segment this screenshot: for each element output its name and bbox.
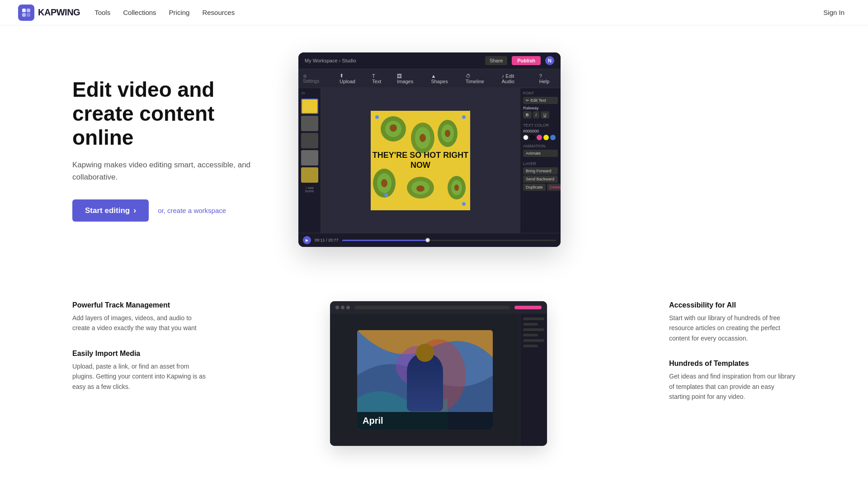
send-backward-btn[interactable]: Send Backward xyxy=(523,175,558,183)
feature-2-desc: Upload, paste a link, or find an asset f… xyxy=(72,361,208,392)
sidebar-line-1 xyxy=(523,317,544,320)
color-white[interactable] xyxy=(523,135,528,140)
video-thumbnail: April xyxy=(357,330,493,430)
nav-links: Tools Collections Pricing Resources xyxy=(94,9,235,17)
selection-handle-tr xyxy=(462,115,466,119)
publish-button[interactable]: Publish xyxy=(512,56,541,65)
feature-3-title: Accessibility for All xyxy=(669,301,796,309)
feature-2-title: Easily Import Media xyxy=(72,350,208,358)
sidebar-line-5 xyxy=(523,339,544,342)
start-editing-button[interactable]: Start editing › xyxy=(72,199,149,222)
share-button[interactable]: Share xyxy=(485,56,507,65)
app-screenshot: My Workspace › Studio Share Publish N ⚙ … xyxy=(298,52,561,247)
nav-resources[interactable]: Resources xyxy=(202,9,235,16)
underline-btn[interactable]: U xyxy=(541,111,549,118)
delete-btn[interactable]: Delete xyxy=(547,184,561,191)
main-canvas[interactable]: THEY'RE SO HOT RIGHT NOW xyxy=(321,88,520,233)
font-style-row: B I U xyxy=(523,111,558,119)
properties-panel: FONT ✏ Edit Text Raleway B I U TEXT COLO… xyxy=(520,88,561,233)
toolbar-images[interactable]: 🖼 Images xyxy=(394,72,422,85)
nav-pricing[interactable]: Pricing xyxy=(169,9,190,16)
scrubber-handle[interactable] xyxy=(425,238,430,242)
breadcrumb: My Workspace › Studio xyxy=(305,58,356,63)
bold-btn[interactable]: B xyxy=(523,111,532,118)
svg-rect-0 xyxy=(22,9,26,12)
toolbar-help[interactable]: ? Help xyxy=(537,72,556,85)
feature-import-media: Easily Import Media Upload, paste a link… xyxy=(72,350,208,392)
hero-content: Edit video and create content online Kap… xyxy=(72,78,262,222)
mockup-address-bar xyxy=(354,306,510,309)
window-controls xyxy=(335,306,350,309)
feature-1-title: Powerful Track Management xyxy=(72,301,208,309)
sidebar-line-6 xyxy=(523,345,538,347)
toolbar-audio[interactable]: ♪ Edit Audio xyxy=(499,72,530,85)
nav-tools[interactable]: Tools xyxy=(94,9,110,16)
thumbnail-2[interactable] xyxy=(301,116,318,131)
color-yellow[interactable] xyxy=(543,135,549,140)
animation-label: ANIMATION xyxy=(523,144,558,148)
duplicate-btn[interactable]: Duplicate xyxy=(523,184,546,191)
animate-btn[interactable]: Animate xyxy=(523,150,558,157)
app-sidebar: 1s + Add Scene xyxy=(298,88,321,233)
svg-rect-1 xyxy=(27,9,30,12)
mockup-main-area: April xyxy=(330,314,520,446)
thumbnail-4[interactable] xyxy=(301,150,318,166)
video-editor-mockup: April xyxy=(330,301,547,446)
feature-templates: Hundreds of Templates Get ideas and find… xyxy=(669,360,796,402)
toolbar-shapes[interactable]: ▲ Shapes xyxy=(428,72,456,85)
progress-fill xyxy=(342,240,428,241)
toolbar-upload[interactable]: ⬆ Upload xyxy=(337,71,363,85)
color-swatches xyxy=(523,135,558,140)
features-center: April xyxy=(235,301,642,446)
mockup-right-sidebar xyxy=(520,314,547,446)
app-topbar: My Workspace › Studio Share Publish N xyxy=(298,52,561,69)
feature-4-desc: Get ideas and find inspiration from our … xyxy=(669,371,796,402)
progress-bar[interactable] xyxy=(342,240,556,241)
color-blue[interactable] xyxy=(550,135,556,140)
thumbnail-3[interactable] xyxy=(301,133,318,148)
timeline-bar: ▶ 09:11 / 20:77 xyxy=(298,233,561,247)
person-head xyxy=(416,344,434,362)
selection-handle-br xyxy=(462,202,466,206)
svg-point-6 xyxy=(390,124,397,132)
nav-collections[interactable]: Collections xyxy=(123,9,156,16)
mockup-action-bar xyxy=(514,306,542,309)
thumbnail-1[interactable] xyxy=(301,99,318,114)
font-label: FONT xyxy=(523,91,558,95)
user-avatar: N xyxy=(545,56,554,65)
bring-forward-btn[interactable]: Bring Forward xyxy=(523,167,558,175)
toolbar-timeline[interactable]: ⏱ Timeline xyxy=(463,72,493,85)
svg-point-21 xyxy=(420,134,426,142)
features-section: Powerful Track Management Add layers of … xyxy=(0,274,868,473)
feature-track-management: Powerful Track Management Add layers of … xyxy=(72,301,208,333)
sidebar-line-2 xyxy=(523,323,538,326)
dot-2 xyxy=(341,306,344,309)
video-caption-text: April xyxy=(357,412,493,430)
mockup-body: April xyxy=(330,314,547,446)
feature-3-desc: Start with our library of hundreds of fr… xyxy=(669,313,796,343)
feature-1-desc: Add layers of images, videos, and audio … xyxy=(72,313,208,333)
svg-rect-2 xyxy=(22,13,26,17)
color-pink[interactable] xyxy=(537,135,542,140)
italic-btn[interactable]: I xyxy=(533,111,540,118)
navbar: KAPWING Tools Collections Pricing Resour… xyxy=(0,0,868,25)
app-toolbar: ⚙ Settings ⬆ Upload T Text 🖼 Images ▲ Sh… xyxy=(298,69,561,88)
svg-rect-3 xyxy=(27,13,30,17)
color-black[interactable] xyxy=(530,135,535,140)
selection-handle-tl xyxy=(375,115,379,119)
sign-in-button[interactable]: Sign In xyxy=(818,6,850,19)
toolbar-text[interactable]: T Text xyxy=(369,72,388,85)
edit-text-btn[interactable]: ✏ Edit Text xyxy=(523,97,558,104)
play-button[interactable]: ▶ xyxy=(303,236,311,244)
add-scene-label[interactable]: + Add Scene xyxy=(301,186,318,193)
hero-section: Edit video and create content online Kap… xyxy=(0,25,868,274)
logo-icon xyxy=(18,5,34,21)
settings-btn[interactable]: ⚙ Settings xyxy=(303,74,324,84)
thumbnail-5[interactable] xyxy=(301,167,318,183)
logo-link[interactable]: KAPWING xyxy=(18,5,80,21)
dot-3 xyxy=(346,306,350,309)
feature-4-title: Hundreds of Templates xyxy=(669,360,796,368)
svg-point-15 xyxy=(454,185,459,191)
svg-point-12 xyxy=(381,179,387,187)
create-workspace-link[interactable]: or, create a workspace xyxy=(158,207,226,214)
